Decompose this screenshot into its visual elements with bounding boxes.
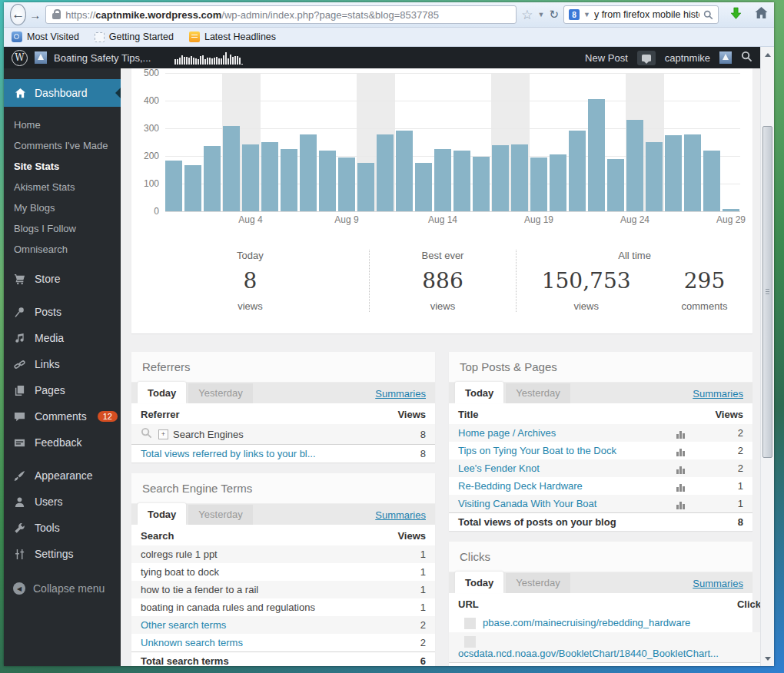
tab-today[interactable]: Today <box>455 382 503 403</box>
tab-yesterday[interactable]: Yesterday <box>506 383 570 403</box>
sidebar-item-settings[interactable]: Settings <box>4 541 121 567</box>
search-input[interactable]: y from firefox mobile history <box>594 9 699 20</box>
mini-bar-chart-icon[interactable] <box>676 482 685 492</box>
search-engine-favicon[interactable]: 8 <box>569 9 580 20</box>
chart-bar[interactable] <box>242 144 259 211</box>
mini-bar-chart-icon[interactable] <box>676 429 685 439</box>
chart-bar[interactable] <box>646 142 663 211</box>
tab-today[interactable]: Today <box>138 382 186 403</box>
chart-bar[interactable] <box>204 146 221 211</box>
chart-bar[interactable] <box>492 145 509 211</box>
back-button[interactable]: ← <box>10 4 26 25</box>
chart-bar[interactable] <box>607 159 624 211</box>
post-link[interactable]: Home page / Archives <box>458 427 556 439</box>
sidebar-item-home[interactable]: Home <box>4 114 121 135</box>
chart-bar[interactable] <box>338 157 355 211</box>
bookmark-star-icon[interactable]: ☆ <box>521 8 533 22</box>
post-link[interactable]: Re-Bedding Deck Hardware <box>458 480 583 492</box>
browser-search-box[interactable]: 8 ▼ y from firefox mobile history <box>563 5 719 24</box>
chart-bar[interactable] <box>530 157 547 211</box>
total-row-link[interactable]: Total clicks on links on your blog <box>449 663 728 666</box>
scroll-down-icon[interactable] <box>761 652 774 665</box>
sidebar-item-dashboard[interactable]: Dashboard <box>4 79 121 107</box>
bookmark-latest-headlines[interactable]: Latest Headlines <box>189 31 276 42</box>
scrollbar-thumb[interactable] <box>762 126 772 458</box>
sidebar-item-omnisearch[interactable]: Omnisearch <box>4 239 121 260</box>
chart-bar[interactable] <box>665 135 682 211</box>
search-engine-dropdown-icon[interactable]: ▼ <box>583 11 590 18</box>
sidebar-item-users[interactable]: Users <box>4 489 121 515</box>
sidebar-item-blogs-i-follow[interactable]: Blogs I Follow <box>4 218 121 239</box>
sidebar-item-posts[interactable]: Posts <box>4 299 121 325</box>
chart-bar[interactable] <box>626 120 643 211</box>
chart-bar[interactable] <box>453 151 470 211</box>
sidebar-item-my-blogs[interactable]: My Blogs <box>4 197 121 218</box>
chart-bar[interactable] <box>550 154 566 211</box>
chart-bar[interactable] <box>184 165 201 211</box>
sidebar-item-appearance[interactable]: Appearance <box>4 462 121 489</box>
tab-yesterday[interactable]: Yesterday <box>506 573 570 593</box>
search-term-link[interactable]: Other search terms <box>141 619 226 631</box>
notifications-icon[interactable] <box>637 51 656 65</box>
chart-bar[interactable] <box>261 142 278 211</box>
sidebar-item-comments[interactable]: Comments12 <box>4 403 121 429</box>
tab-yesterday[interactable]: Yesterday <box>188 383 252 403</box>
collapse-menu-button[interactable]: ◀ Collapse menu <box>4 575 121 602</box>
sidebar-item-site-stats[interactable]: Site Stats <box>4 156 121 177</box>
forward-button[interactable]: → <box>29 7 41 22</box>
tab-today[interactable]: Today <box>138 503 186 525</box>
chart-bar[interactable] <box>165 161 182 211</box>
referrer-group-label[interactable]: Search Engines <box>173 429 244 440</box>
sidebar-item-comments-i-ve-made[interactable]: Comments I've Made <box>4 135 121 156</box>
scroll-up-icon[interactable] <box>761 48 774 61</box>
sidebar-item-media[interactable]: Media <box>4 325 121 351</box>
sidebar-item-pages[interactable]: Pages <box>4 377 121 403</box>
sidebar-item-store[interactable]: Store <box>4 266 121 292</box>
admin-search-icon[interactable] <box>741 51 752 65</box>
bookmark-getting-started[interactable]: Getting Started <box>95 31 174 42</box>
summaries-link[interactable]: Summaries <box>693 388 743 403</box>
post-link[interactable]: Lee's Fender Knot <box>458 462 540 474</box>
chart-bar[interactable] <box>473 157 490 211</box>
bookmark-most-visited[interactable]: Most Visited <box>12 31 79 42</box>
chart-bar[interactable] <box>703 151 720 211</box>
search-term-link[interactable]: Unknown search terms <box>141 637 243 648</box>
new-post-button[interactable]: New Post <box>585 52 628 64</box>
reload-icon[interactable]: ↻ <box>549 8 559 22</box>
post-link[interactable]: Tips on Tying Your Boat to the Dock <box>458 445 616 456</box>
sidebar-item-links[interactable]: Links <box>4 351 121 377</box>
mini-bar-chart-icon[interactable] <box>676 465 685 474</box>
chart-bar[interactable] <box>377 134 394 211</box>
home-icon[interactable] <box>755 7 768 22</box>
clicked-url-link[interactable]: ocsdata.ncd.noaa.gov/BookletChart/18440_… <box>458 648 719 659</box>
chart-bar[interactable] <box>415 163 432 211</box>
chart-bar[interactable] <box>723 209 739 211</box>
chart-bar[interactable] <box>434 149 451 211</box>
search-go-icon[interactable] <box>703 10 713 20</box>
chart-bar[interactable] <box>684 134 701 211</box>
chart-bar[interactable] <box>511 144 528 211</box>
url-bar[interactable]: https://captnmike.wordpress.com/wp-admin… <box>45 5 517 24</box>
chart-bar[interactable] <box>319 151 336 211</box>
download-arrow-icon[interactable] <box>729 7 742 23</box>
chart-bar[interactable] <box>357 163 374 211</box>
avatar[interactable] <box>719 51 732 64</box>
sidebar-item-feedback[interactable]: Feedback <box>4 429 121 456</box>
urlbar-dropdown-icon[interactable]: ▼ <box>538 11 545 18</box>
chart-bar[interactable] <box>300 134 317 211</box>
mini-bar-chart-icon[interactable] <box>676 500 685 509</box>
chart-bar[interactable] <box>223 126 240 211</box>
summaries-link[interactable]: Summaries <box>375 509 426 525</box>
traffic-sparkline[interactable] <box>174 51 243 65</box>
chart-bar[interactable] <box>569 131 586 211</box>
summaries-link[interactable]: Summaries <box>375 388 426 403</box>
tab-today[interactable]: Today <box>455 572 503 593</box>
sidebar-item-akismet-stats[interactable]: Akismet Stats <box>4 177 121 197</box>
clicked-url-link[interactable]: pbase.com/mainecruising/rebedding_hardwa… <box>483 617 690 628</box>
chart-bar[interactable] <box>588 99 605 211</box>
mini-bar-chart-icon[interactable] <box>676 447 685 456</box>
sidebar-item-tools[interactable]: Tools <box>4 515 121 541</box>
expand-icon[interactable]: + <box>158 429 168 439</box>
username[interactable]: captnmike <box>665 52 710 64</box>
vertical-scrollbar[interactable] <box>760 47 774 666</box>
